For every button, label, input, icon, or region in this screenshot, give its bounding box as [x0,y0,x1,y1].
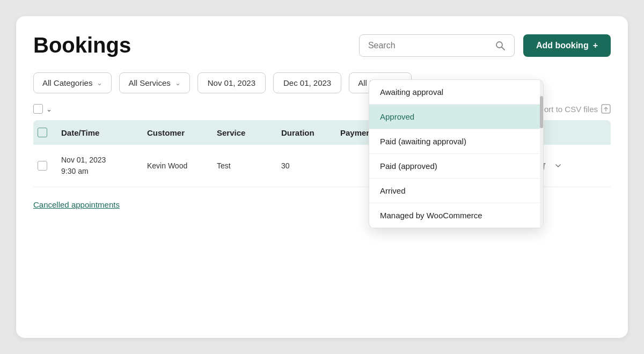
row-customer: Kevin Wood [147,161,217,170]
select-all-checkbox[interactable] [33,104,43,114]
page-title: Bookings [33,33,131,57]
search-box[interactable] [359,34,515,57]
categories-filter[interactable]: All Categories ⌄ [33,72,112,93]
date-from-filter[interactable]: Nov 01, 2023 [197,72,266,93]
categories-label: All Categories [42,78,92,87]
expand-row-icon[interactable] [553,160,564,171]
header-right: Add booking + [359,34,611,57]
services-label: All Services [128,78,170,87]
date-to-value: Dec 01, 2023 [283,78,331,87]
services-filter[interactable]: All Services ⌄ [119,72,189,93]
select-all-group[interactable]: ⌄ [33,104,52,114]
cancelled-appointments-link[interactable]: Cancelled appointments [33,200,120,209]
row-datetime: Nov 01, 20239:30 am [61,154,147,177]
col-datetime: Date/Time [61,128,147,137]
add-booking-button[interactable]: Add booking + [523,34,611,57]
dropdown-scrollbar-thumb [540,96,543,128]
dropdown-option-arrived[interactable]: Arrived [369,179,543,203]
dropdown-option-woocommerce[interactable]: Managed by WooCommerce [369,203,543,228]
dropdown-scrollbar [540,80,543,228]
search-input[interactable] [368,41,491,50]
col-duration: Duration [281,128,340,137]
export-icon [601,104,611,114]
svg-line-1 [502,47,504,50]
categories-chevron-icon: ⌄ [97,79,103,87]
col-service: Service [217,128,281,137]
svg-point-0 [496,42,502,48]
select-all-chevron-icon[interactable]: ⌄ [46,105,52,113]
row-service: Test [217,161,281,170]
services-chevron-icon: ⌄ [175,79,181,87]
dropdown-option-approved[interactable]: Approved [369,105,543,129]
col-customer: Customer [147,128,217,137]
header-checkbox-col [38,128,61,137]
add-icon: + [593,41,598,50]
date-from-value: Nov 01, 2023 [208,78,255,87]
header-checkbox[interactable] [38,128,47,137]
search-icon [495,40,506,51]
row-checkbox[interactable] [38,161,47,171]
row-duration: 30 [281,161,340,170]
date-to-filter[interactable]: Dec 01, 2023 [273,72,341,93]
add-booking-label: Add booking [536,41,589,50]
dropdown-option-awaiting[interactable]: Awaiting approval [369,80,543,105]
row-checkbox-col [38,161,61,171]
status-dropdown-menu: Awaiting approval Approved Paid (awaitin… [369,79,544,228]
dropdown-option-paid-approved[interactable]: Paid (approved) [369,154,543,179]
dropdown-option-paid-awaiting[interactable]: Paid (awaiting approval) [369,129,543,154]
main-card: Bookings Add booking + All Categories ⌄ … [16,16,628,338]
header: Bookings Add booking + [33,33,611,57]
